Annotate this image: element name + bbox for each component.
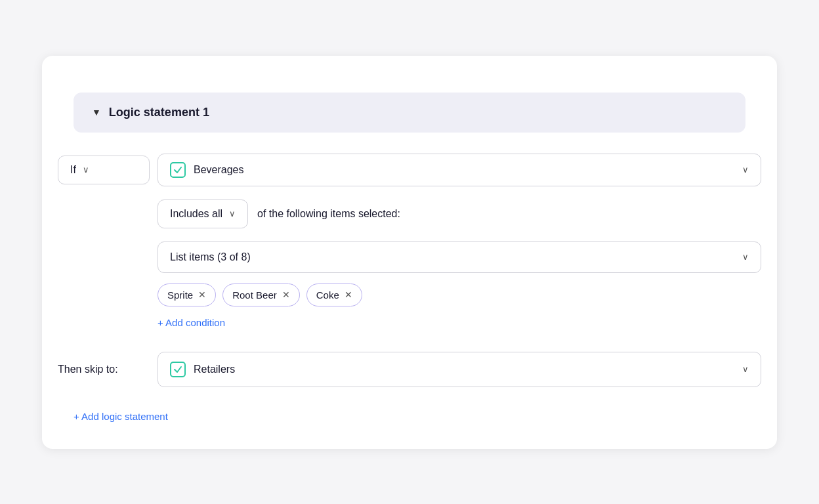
list-items-row: List items (3 of 8) ∨ <box>158 242 761 273</box>
tag-root-beer-close[interactable]: ✕ <box>282 290 290 299</box>
retailers-checkbox-icon <box>170 362 186 377</box>
retailers-chevron-icon: ∨ <box>742 364 749 374</box>
collapse-icon[interactable]: ▼ <box>92 107 101 117</box>
beverages-label: Beverages <box>194 164 734 176</box>
then-label: Then skip to: <box>58 364 150 375</box>
beverages-checkbox-icon <box>170 162 186 178</box>
list-items-chevron-icon: ∨ <box>742 252 749 262</box>
tag-sprite-label: Sprite <box>167 289 193 301</box>
list-items-label: List items (3 of 8) <box>170 251 251 263</box>
tag-root-beer: Root Beer ✕ <box>222 284 300 306</box>
logic-statement-header[interactable]: ▼ Logic statement 1 <box>74 93 746 133</box>
then-row: Then skip to: Retailers ∨ <box>58 352 761 387</box>
following-text: of the following items selected: <box>257 208 400 220</box>
retailers-checkmark-svg <box>173 365 182 374</box>
if-dropdown[interactable]: If ∨ <box>58 156 150 184</box>
tag-coke-close[interactable]: ✕ <box>345 290 352 299</box>
list-items-dropdown[interactable]: List items (3 of 8) ∨ <box>158 242 761 273</box>
checkmark-svg <box>173 165 182 175</box>
includes-chevron-icon: ∨ <box>229 209 236 219</box>
includes-dropdown[interactable]: Includes all ∨ <box>158 200 248 228</box>
tags-row: Sprite ✕ Root Beer ✕ Coke ✕ <box>158 284 761 306</box>
tag-sprite-close[interactable]: ✕ <box>198 290 206 299</box>
tag-coke-label: Coke <box>316 289 339 301</box>
if-row: If ∨ Beverages ∨ <box>58 154 761 186</box>
retailers-label: Retailers <box>194 364 734 375</box>
add-condition-button[interactable]: + Add condition <box>158 317 225 328</box>
logic-card: ▼ Logic statement 1 If ∨ Beverages ∨ <box>42 56 777 449</box>
tag-root-beer-label: Root Beer <box>232 289 277 301</box>
includes-label: Includes all <box>170 208 222 220</box>
if-label: If <box>70 164 76 176</box>
add-logic-statement-button[interactable]: + Add logic statement <box>58 411 168 422</box>
retailers-dropdown[interactable]: Retailers ∨ <box>158 352 761 387</box>
if-chevron-icon: ∨ <box>83 165 89 175</box>
logic-statement-title: Logic statement 1 <box>109 106 209 119</box>
tag-sprite: Sprite ✕ <box>158 284 216 306</box>
condition-row: Includes all ∨ of the following items se… <box>158 200 761 228</box>
beverages-chevron-icon: ∨ <box>742 165 749 175</box>
tag-coke: Coke ✕ <box>306 284 362 306</box>
beverages-dropdown[interactable]: Beverages ∨ <box>158 154 761 186</box>
